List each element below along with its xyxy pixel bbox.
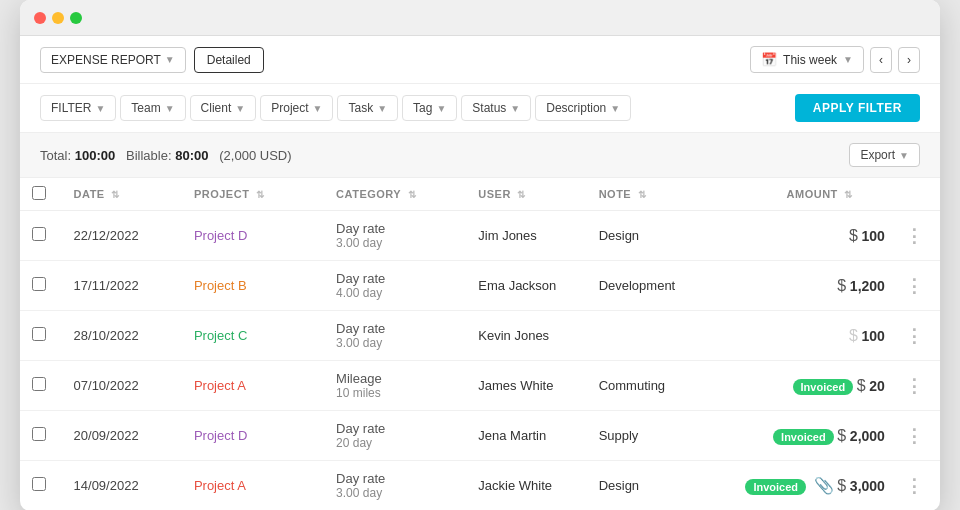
row-user: James White [466, 361, 586, 411]
row-checkbox[interactable] [32, 327, 46, 341]
row-checkbox-cell [20, 311, 62, 361]
dollar-sign-icon: $ [857, 377, 866, 394]
more-actions-icon[interactable]: ⋮ [905, 226, 924, 246]
export-button[interactable]: Export ▼ [849, 143, 920, 167]
expense-report-label: EXPENSE REPORT [51, 53, 161, 67]
row-checkbox[interactable] [32, 277, 46, 291]
more-actions-icon[interactable]: ⋮ [905, 326, 924, 346]
row-checkbox[interactable] [32, 477, 46, 491]
week-selector-button[interactable]: 📅 This week ▼ [750, 46, 864, 73]
project-link[interactable]: Project D [194, 228, 247, 243]
row-amount-cell: Invoiced $ 20 [718, 361, 893, 411]
row-date: 14/09/2022 [62, 461, 182, 511]
row-date: 07/10/2022 [62, 361, 182, 411]
project-link[interactable]: Project C [194, 328, 247, 343]
table-row: 28/10/2022Project CDay rate3.00 dayKevin… [20, 311, 940, 361]
row-user: Jena Martin [466, 411, 586, 461]
apply-filter-button[interactable]: APPLY FILTER [795, 94, 920, 122]
category-name: Day rate [336, 471, 454, 486]
prev-week-button[interactable]: ‹ [870, 47, 892, 73]
amount-value: 20 [869, 378, 885, 394]
project-link[interactable]: Project D [194, 428, 247, 443]
team-filter-chevron: ▼ [165, 103, 175, 114]
task-filter-button[interactable]: Task ▼ [337, 95, 398, 121]
category-name: Day rate [336, 421, 454, 436]
toolbar: EXPENSE REPORT ▼ Detailed 📅 This week ▼ … [20, 36, 940, 84]
date-column-header[interactable]: DATE ⇅ [62, 178, 182, 211]
project-filter-label: Project [271, 101, 308, 115]
row-checkbox[interactable] [32, 227, 46, 241]
row-amount-cell: $ 1,200 [718, 261, 893, 311]
amount-value: 100 [862, 228, 885, 244]
project-link[interactable]: Project A [194, 478, 246, 493]
filter-bar: FILTER ▼ Team ▼ Client ▼ Project ▼ Task … [20, 84, 940, 133]
table-row: 07/10/2022Project AMileage10 milesJames … [20, 361, 940, 411]
expense-report-button[interactable]: EXPENSE REPORT ▼ [40, 47, 186, 73]
row-project: Project D [182, 211, 324, 261]
actions-column-header [893, 178, 940, 211]
user-column-header[interactable]: USER ⇅ [466, 178, 586, 211]
filter-toggle-button[interactable]: FILTER ▼ [40, 95, 116, 121]
window-controls [34, 12, 82, 24]
row-user: Jim Jones [466, 211, 586, 261]
more-actions-icon[interactable]: ⋮ [905, 426, 924, 446]
tag-filter-chevron: ▼ [436, 103, 446, 114]
close-dot[interactable] [34, 12, 46, 24]
detailed-button[interactable]: Detailed [194, 47, 264, 73]
total-label: Total: [40, 148, 71, 163]
minimize-dot[interactable] [52, 12, 64, 24]
project-filter-chevron: ▼ [313, 103, 323, 114]
category-column-header[interactable]: CATEGORY ⇅ [324, 178, 466, 211]
team-filter-button[interactable]: Team ▼ [120, 95, 185, 121]
status-filter-button[interactable]: Status ▼ [461, 95, 531, 121]
category-detail: 4.00 day [336, 286, 454, 300]
tag-filter-button[interactable]: Tag ▼ [402, 95, 457, 121]
dollar-sign-icon: $ [837, 477, 846, 494]
status-filter-chevron: ▼ [510, 103, 520, 114]
client-filter-button[interactable]: Client ▼ [190, 95, 257, 121]
next-week-button[interactable]: › [898, 47, 920, 73]
row-actions-cell: ⋮ [893, 311, 940, 361]
row-actions-cell: ⋮ [893, 461, 940, 511]
select-all-header [20, 178, 62, 211]
row-checkbox[interactable] [32, 377, 46, 391]
row-project: Project A [182, 361, 324, 411]
row-category: Day rate3.00 day [324, 211, 466, 261]
more-actions-icon[interactable]: ⋮ [905, 476, 924, 496]
description-filter-button[interactable]: Description ▼ [535, 95, 631, 121]
expense-table: DATE ⇅ PROJECT ⇅ CATEGORY ⇅ USER ⇅ [20, 178, 940, 510]
billable-usd: (2,000 USD) [219, 148, 291, 163]
select-all-checkbox[interactable] [32, 186, 46, 200]
more-actions-icon[interactable]: ⋮ [905, 276, 924, 296]
invoiced-badge: Invoiced [793, 379, 854, 395]
row-note [587, 311, 718, 361]
category-name: Day rate [336, 271, 454, 286]
amount-column-header[interactable]: AMOUNT ⇅ [718, 178, 893, 211]
row-amount-cell: Invoiced $ 2,000 [718, 411, 893, 461]
dollar-sign-icon: $ [837, 277, 846, 294]
category-sort-icon: ⇅ [408, 189, 417, 200]
maximize-dot[interactable] [70, 12, 82, 24]
project-filter-button[interactable]: Project ▼ [260, 95, 333, 121]
row-note: Development [587, 261, 718, 311]
row-actions-cell: ⋮ [893, 211, 940, 261]
note-sort-icon: ⇅ [638, 189, 647, 200]
project-link[interactable]: Project A [194, 378, 246, 393]
amount-value: 1,200 [850, 278, 885, 294]
category-name: Mileage [336, 371, 454, 386]
row-category: Day rate20 day [324, 411, 466, 461]
category-name: Day rate [336, 321, 454, 336]
row-checkbox[interactable] [32, 427, 46, 441]
row-category: Day rate3.00 day [324, 461, 466, 511]
task-filter-label: Task [348, 101, 373, 115]
note-column-header[interactable]: NOTE ⇅ [587, 178, 718, 211]
dollar-sign-icon: $ [849, 227, 858, 244]
table-header-row: DATE ⇅ PROJECT ⇅ CATEGORY ⇅ USER ⇅ [20, 178, 940, 211]
project-link[interactable]: Project B [194, 278, 247, 293]
toolbar-right: 📅 This week ▼ ‹ › [750, 46, 920, 73]
more-actions-icon[interactable]: ⋮ [905, 376, 924, 396]
description-filter-label: Description [546, 101, 606, 115]
row-note: Design [587, 211, 718, 261]
date-sort-icon: ⇅ [111, 189, 120, 200]
project-column-header[interactable]: PROJECT ⇅ [182, 178, 324, 211]
